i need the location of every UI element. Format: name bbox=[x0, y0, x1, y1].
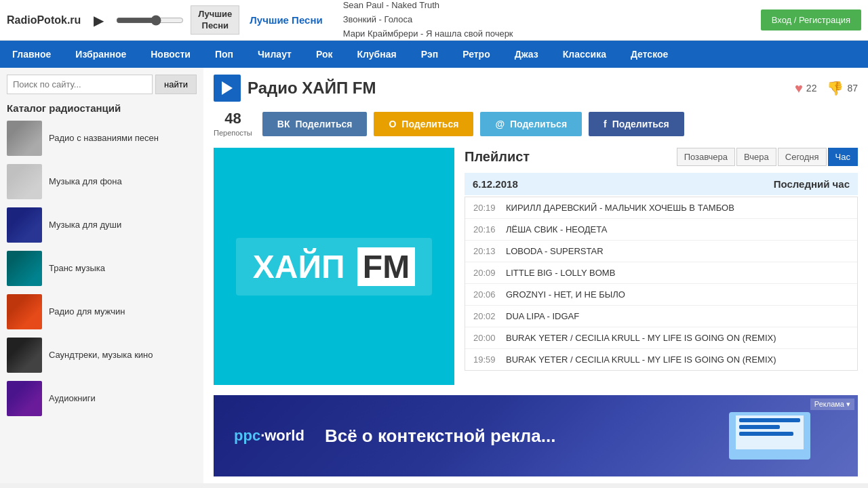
catalog-item-label: Саундтреки, музыка кино bbox=[49, 349, 153, 361]
nav-item-детское[interactable]: Детское bbox=[618, 41, 680, 68]
station-icon[interactable] bbox=[214, 75, 241, 102]
nav-item-главное[interactable]: Главное bbox=[0, 41, 63, 68]
share-fb-button[interactable]: f Поделиться bbox=[589, 112, 684, 136]
playlist-time: 20:02 bbox=[473, 311, 499, 321]
nav-item-чилаут[interactable]: Чилаут bbox=[245, 41, 304, 68]
catalog-item[interactable]: Радио для мужчин bbox=[7, 294, 197, 329]
nav-item-новости[interactable]: Новости bbox=[138, 41, 203, 68]
laptop-icon bbox=[729, 412, 810, 460]
ad-tag[interactable]: Реклама ▾ bbox=[810, 399, 854, 410]
top-songs-link[interactable]: Лучшие Песни bbox=[250, 14, 322, 26]
nav-item-избранное[interactable]: Избранное bbox=[63, 41, 138, 68]
site-logo: RadioPotok.ru bbox=[7, 14, 81, 26]
playlist-block: Плейлист ПозавчераВчераСегодняЧас 6.12.2… bbox=[465, 148, 858, 385]
reposts-label: Перепосты bbox=[214, 129, 252, 137]
playlist-tab-позавчера[interactable]: Позавчера bbox=[677, 148, 735, 166]
volume-slider[interactable] bbox=[116, 15, 184, 26]
top-songs-box: Лучшие Песни bbox=[191, 5, 239, 35]
share-ok-button[interactable]: О Поделиться bbox=[374, 112, 473, 136]
catalog-item-label: Музыка для души bbox=[49, 219, 121, 231]
playlist-song: ЛЁША СВИК - НЕОДЕТА bbox=[506, 224, 607, 235]
dislike-box[interactable]: 👎 87 bbox=[827, 80, 858, 96]
ok-icon: О bbox=[389, 119, 396, 129]
search-input[interactable] bbox=[7, 75, 153, 94]
catalog-item-label: Аудиокниги bbox=[49, 392, 96, 405]
like-box[interactable]: ♥ 22 bbox=[795, 81, 816, 96]
catalog-item[interactable]: Музыка для души bbox=[7, 207, 197, 243]
playlist-tabs: ПозавчераВчераСегодняЧас bbox=[677, 148, 858, 166]
catalog-item[interactable]: Музыка для фона bbox=[7, 164, 197, 199]
radio-image-block: ХАЙП FM Плейлист ПозавчераВчераСегодняЧа… bbox=[214, 148, 858, 385]
q-icon: @ bbox=[495, 119, 505, 129]
playlist-item[interactable]: 19:59BURAK YETER / CECILIA KRULL - MY LI… bbox=[465, 349, 857, 370]
catalog-thumb bbox=[7, 164, 42, 199]
catalog-thumb bbox=[7, 207, 42, 243]
share-vk-button[interactable]: ВК Поделиться bbox=[262, 112, 368, 136]
ad-text: Всё о контекстной рекла... bbox=[325, 426, 555, 447]
playlist-item[interactable]: 20:00BURAK YETER / CECILIA KRULL - MY LI… bbox=[465, 327, 857, 349]
laptop-screen bbox=[736, 415, 804, 449]
nav-item-рок[interactable]: Рок bbox=[304, 41, 345, 68]
search-button[interactable]: найти bbox=[155, 75, 197, 94]
nav-item-джаз[interactable]: Джаз bbox=[502, 41, 551, 68]
nav-item-ретро[interactable]: Ретро bbox=[450, 41, 502, 68]
catalog-list: Радио с названиями песенМузыка для фонаМ… bbox=[7, 121, 197, 416]
playlist-item[interactable]: 20:09LITTLE BIG - LOLLY BOMB bbox=[465, 262, 857, 284]
nav-item-классика[interactable]: Классика bbox=[551, 41, 618, 68]
playlist-item[interactable]: 20:06GROZNYI - НЕТ, И НЕ БЫЛО bbox=[465, 284, 857, 306]
catalog-thumb bbox=[7, 121, 42, 156]
nav-item-рэп[interactable]: Рэп bbox=[409, 41, 451, 68]
catalog-item[interactable]: Радио с названиями песен bbox=[7, 121, 197, 156]
now-playing-line-1: Sean Paul - Naked Truth bbox=[343, 0, 754, 13]
ad-logo: ppc·world bbox=[234, 427, 304, 445]
fm-text: FM bbox=[357, 247, 415, 286]
play-button[interactable]: ▶ bbox=[87, 9, 109, 31]
playlist-time: 20:00 bbox=[473, 333, 499, 343]
ppc-text: ppc·world bbox=[234, 427, 304, 444]
reposts-count: 48 bbox=[214, 110, 252, 127]
share-q-button[interactable]: @ Поделиться bbox=[480, 112, 582, 136]
nav-bar: ГлавноеИзбранноеНовостиПопЧилаутРокКлубн… bbox=[0, 41, 868, 68]
login-button[interactable]: Вход / Регистрация bbox=[761, 9, 861, 30]
nav-item-поп[interactable]: Поп bbox=[203, 41, 245, 68]
catalog-item[interactable]: Транс музыка bbox=[7, 251, 197, 286]
station-header: Радио ХАЙП FM ♥ 22 👎 87 bbox=[214, 75, 858, 102]
playlist-time: 20:06 bbox=[473, 289, 499, 300]
playlist-item[interactable]: 20:13LOBODA - SUPERSTAR bbox=[465, 241, 857, 262]
playlist-tab-сегодня[interactable]: Сегодня bbox=[778, 148, 827, 166]
now-playing-info: Sean Paul - Naked Truth Звонкий - Голоса… bbox=[330, 0, 754, 41]
playlist-song: BURAK YETER / CECILIA KRULL - MY LIFE IS… bbox=[506, 354, 776, 365]
playlist-header: Плейлист ПозавчераВчераСегодняЧас bbox=[465, 148, 858, 166]
playlist-item[interactable]: 20:19КИРИЛЛ ДАРЕВСКИЙ - МАЛЬЧИК ХОЧЕШЬ В… bbox=[465, 197, 857, 219]
ad-visual bbox=[702, 409, 837, 463]
catalog-title: Каталог радиостанций bbox=[7, 102, 197, 114]
catalog-thumb bbox=[7, 294, 42, 329]
sidebar: найти Каталог радиостанций Радио с назва… bbox=[0, 68, 203, 483]
radio-image: ХАЙП FM bbox=[214, 148, 454, 385]
share-row: 48 Перепосты ВК Поделиться О Поделиться … bbox=[214, 110, 858, 138]
playlist-song: LITTLE BIG - LOLLY BOMB bbox=[506, 268, 615, 278]
playlist-item[interactable]: 20:02DUA LIPA - IDGAF bbox=[465, 306, 857, 327]
playlist-date: 6.12.2018 bbox=[473, 178, 518, 190]
playlist-time: 19:59 bbox=[473, 354, 499, 365]
playlist-date-row: 6.12.2018 Последний час bbox=[465, 173, 858, 195]
catalog-item[interactable]: Саундтреки, музыка кино bbox=[7, 338, 197, 373]
playlist-song: BURAK YETER / CECILIA KRULL - MY LIFE IS… bbox=[506, 333, 776, 343]
playlist-last-hour: Последний час bbox=[774, 178, 850, 190]
catalog-thumb bbox=[7, 251, 42, 286]
playlist-item[interactable]: 20:16ЛЁША СВИК - НЕОДЕТА bbox=[465, 219, 857, 241]
playlist-song: DUA LIPA - IDGAF bbox=[506, 311, 579, 321]
main-content: найти Каталог радиостанций Радио с назва… bbox=[0, 68, 868, 483]
nav-item-клубная[interactable]: Клубная bbox=[345, 41, 409, 68]
catalog-item[interactable]: Аудиокниги bbox=[7, 381, 197, 416]
top-bar: RadioPotok.ru ▶ Лучшие Песни Лучшие Песн… bbox=[0, 0, 868, 41]
playlist-tab-час[interactable]: Час bbox=[828, 148, 858, 166]
playlist-song: LOBODA - SUPERSTAR bbox=[506, 246, 604, 256]
playlist-tab-вчера[interactable]: Вчера bbox=[736, 148, 776, 166]
reposts-block: 48 Перепосты bbox=[214, 110, 252, 138]
like-count: 22 bbox=[806, 83, 817, 94]
now-playing-line-3: Мари Краймбрери - Я нашла свой почерк bbox=[343, 27, 754, 41]
search-row: найти bbox=[7, 75, 197, 94]
heart-icon: ♥ bbox=[795, 81, 803, 96]
thumbdown-icon: 👎 bbox=[827, 80, 844, 96]
